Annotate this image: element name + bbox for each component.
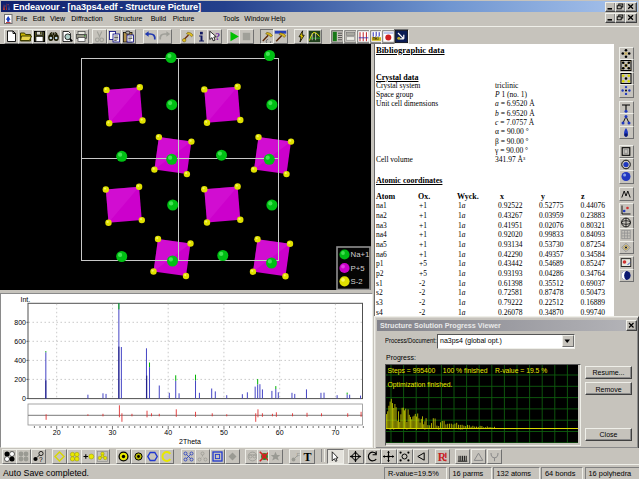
svg-text:0: 0	[22, 395, 26, 402]
svg-text:?: ?	[215, 32, 220, 42]
svg-text:70: 70	[332, 429, 340, 436]
svg-text:hkl: hkl	[372, 36, 378, 41]
svg-text:?: ?	[39, 456, 43, 463]
svg-text:30: 30	[109, 429, 117, 436]
svg-text:Steps = 995400 100 % finish: Steps = 995400 100 % finished R-value = …	[388, 366, 548, 374]
svg-text:600: 600	[14, 338, 26, 345]
svg-text:800: 800	[14, 319, 26, 326]
svg-text:400: 400	[14, 357, 26, 364]
svg-text:60: 60	[276, 429, 284, 436]
svg-text:20: 20	[53, 429, 61, 436]
svg-text:2Theta: 2Theta	[179, 438, 201, 445]
svg-text:50: 50	[220, 429, 228, 436]
svg-text:S-2: S-2	[351, 277, 363, 286]
svg-text:T: T	[303, 450, 311, 463]
svg-text:40: 40	[164, 429, 172, 436]
svg-text:Optimization finished.: Optimization finished.	[388, 380, 453, 388]
svg-text:Int.: Int.	[21, 296, 31, 303]
svg-text:P+5: P+5	[351, 264, 366, 273]
svg-text:200: 200	[14, 376, 26, 383]
svg-text:Na+1: Na+1	[351, 250, 370, 259]
